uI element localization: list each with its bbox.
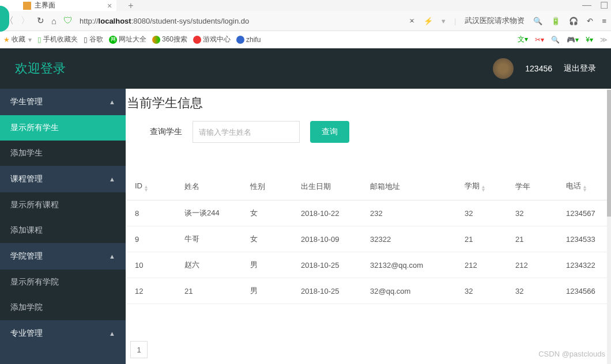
sidebar-item-add-student[interactable]: 添加学生 xyxy=(0,141,126,166)
bookmark-zhifu[interactable]: zhifu xyxy=(236,36,261,44)
maximize-icon[interactable]: ☐ xyxy=(600,0,608,11)
cell-dob: 2018-10-22 xyxy=(293,200,362,226)
bookmark-google[interactable]: ▯谷歌 xyxy=(84,35,103,44)
cell-name: 21 xyxy=(176,278,242,304)
pagination: 1 xyxy=(130,341,148,358)
th-id[interactable]: ID▴▾ xyxy=(127,173,176,200)
th-gender: 性别 xyxy=(242,173,293,200)
sidebar-item-show-students[interactable]: 显示所有学生 xyxy=(0,115,126,141)
tab-close-icon[interactable]: × xyxy=(107,1,112,10)
cell-year: 32 xyxy=(507,278,558,304)
students-table: ID▴▾ 姓名 性别 出生日期 邮箱地址 学期▴▾ 学年 电话▴▾ 8谈一谈24… xyxy=(127,173,611,304)
page-title: 当前学生信息 xyxy=(126,89,611,119)
cell-phone: 1234533 xyxy=(558,226,611,252)
th-term[interactable]: 学期▴▾ xyxy=(457,173,507,200)
cell-term: 32 xyxy=(457,200,507,226)
undo-icon[interactable]: ↶ xyxy=(587,17,593,25)
reload-icon[interactable]: ↻ xyxy=(37,16,44,26)
main-content: 当前学生信息 查询学生 查询 ID▴▾ 姓名 性别 出生日期 邮箱地址 学期▴▾… xyxy=(126,89,611,364)
ext-currency-icon[interactable]: ¥▾ xyxy=(586,36,593,44)
scrollbar[interactable] xyxy=(607,89,611,364)
new-tab-icon[interactable]: + xyxy=(128,1,133,11)
cell-name: 谈一谈244 xyxy=(176,200,242,226)
sidebar-group-course[interactable]: 课程管理▲ xyxy=(0,166,126,192)
bookmark-games[interactable]: 游戏中心 xyxy=(193,35,231,44)
ext-scissors-icon[interactable]: ✂▾ xyxy=(535,36,544,44)
app-header: 欢迎登录 123456 退出登录 xyxy=(0,48,611,89)
sidebar-group-major[interactable]: 专业管理▲ xyxy=(0,320,126,347)
th-phone[interactable]: 电话▴▾ xyxy=(558,173,611,200)
favorites-button[interactable]: ★收藏▾ xyxy=(3,35,32,44)
cell-year: 21 xyxy=(507,226,558,252)
ext-more-icon[interactable]: ≫ xyxy=(600,36,608,44)
tab-title: 主界面 xyxy=(35,1,55,10)
ext-translate-icon[interactable]: 文▾ xyxy=(518,35,528,44)
cell-id: 12 xyxy=(127,278,176,304)
search-input[interactable] xyxy=(193,121,300,143)
chevron-up-icon: ▲ xyxy=(109,253,115,260)
news-text[interactable]: 武汉医院请求物资 xyxy=(465,16,525,26)
shield-icon: 🛡 xyxy=(63,16,73,26)
home-icon[interactable]: ⌂ xyxy=(51,16,56,26)
chevron-up-icon: ▲ xyxy=(109,176,115,183)
th-year: 学年 xyxy=(507,173,558,200)
chevron-up-icon: ▲ xyxy=(109,330,115,337)
url-bar[interactable]: http://localhost:8080/student-sys/studen… xyxy=(80,17,401,25)
sort-icon: ▴▾ xyxy=(482,185,485,192)
sidebar-item-add-college[interactable]: 添加学院 xyxy=(0,295,126,320)
sidebar-item-add-course[interactable]: 添加课程 xyxy=(0,218,126,243)
cell-phone: 1234566 xyxy=(558,278,611,304)
cell-term: 32 xyxy=(457,278,507,304)
sidebar-group-student[interactable]: 学生管理▲ xyxy=(0,89,126,115)
sidebar-item-show-colleges[interactable]: 显示所有学院 xyxy=(0,270,126,295)
bookmarks-bar: ★收藏▾ ▯手机收藏夹 ▯谷歌 网网址大全 360搜索 游戏中心 zhifu 文… xyxy=(0,31,611,48)
ext-search-icon[interactable]: 🔍 xyxy=(551,36,560,44)
cell-dob: 2018-10-25 xyxy=(293,252,362,278)
bookmark-sites[interactable]: 网网址大全 xyxy=(109,35,146,44)
cell-gender: 女 xyxy=(242,200,293,226)
bookmark-360[interactable]: 360搜索 xyxy=(152,35,187,44)
battery-icon: 🔋 xyxy=(551,17,560,25)
table-row: 1221男2018-10-2532@qq.com32321234566 xyxy=(127,278,611,304)
cell-id: 10 xyxy=(127,252,176,278)
sidebar-item-show-courses[interactable]: 显示所有课程 xyxy=(0,192,126,218)
page-1[interactable]: 1 xyxy=(130,341,148,358)
cell-year: 212 xyxy=(507,252,558,278)
cell-email: 32322 xyxy=(362,226,457,252)
ext-game-icon[interactable]: 🎮▾ xyxy=(567,36,579,44)
logout-link[interactable]: 退出登录 xyxy=(564,63,596,74)
search-icon[interactable]: 🔍 xyxy=(533,17,542,25)
lightning-icon[interactable]: ⚡ xyxy=(424,17,433,25)
sidebar-group-college[interactable]: 学院管理▲ xyxy=(0,243,126,270)
th-name: 姓名 xyxy=(176,173,242,200)
cell-gender: 女 xyxy=(242,226,293,252)
cell-email: 232 xyxy=(362,200,457,226)
search-button[interactable]: 查询 xyxy=(310,121,349,143)
tab-favicon-icon xyxy=(23,2,31,10)
table-row: 9牛哥女2018-10-093232221211234533 xyxy=(127,226,611,252)
cell-gender: 男 xyxy=(242,278,293,304)
table-row: 10赵六男2018-10-2532132@qq.com2122121234322 xyxy=(127,252,611,278)
cell-id: 8 xyxy=(127,200,176,226)
chevron-down-icon[interactable]: ▾ xyxy=(442,17,446,25)
welcome-title: 欢迎登录 xyxy=(15,60,66,77)
cell-term: 212 xyxy=(457,252,507,278)
cell-dob: 2018-10-09 xyxy=(293,226,362,252)
username: 123456 xyxy=(525,64,552,73)
bookmark-mobile[interactable]: ▯手机收藏夹 xyxy=(37,35,78,44)
share-icon[interactable]: ⪤ xyxy=(408,17,415,25)
browser-tab[interactable]: 主界面 × xyxy=(0,0,116,11)
table-row: 8谈一谈244女2018-10-2223232321234567 xyxy=(127,200,611,226)
search-label: 查询学生 xyxy=(150,127,182,137)
headphone-icon[interactable]: 🎧 xyxy=(569,17,578,25)
th-dob: 出生日期 xyxy=(293,173,362,200)
avatar[interactable] xyxy=(493,58,514,79)
th-email: 邮箱地址 xyxy=(362,173,457,200)
browser-tabs: 主界面 × + — ☐ xyxy=(0,0,611,11)
menu-icon[interactable]: ≡ xyxy=(602,17,606,25)
forward-icon[interactable]: 〉 xyxy=(21,15,30,27)
minimize-icon[interactable]: — xyxy=(582,0,591,11)
cell-phone: 1234322 xyxy=(558,252,611,278)
cell-phone: 1234567 xyxy=(558,200,611,226)
cell-term: 21 xyxy=(457,226,507,252)
